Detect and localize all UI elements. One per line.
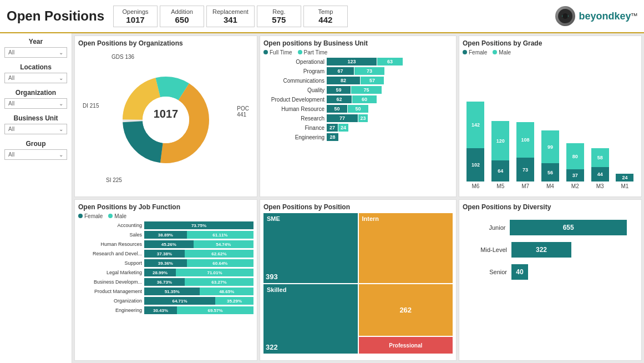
header: Open Positions Openings1017Addition650Re… <box>0 0 644 33</box>
bu-rows: Operational 123 63 Program 67 73 Communi… <box>263 58 453 141</box>
grade-label: M1 <box>621 183 629 189</box>
chevron-down-icon: ⌄ <box>59 75 63 81</box>
jf-row: Accounting 73.75% <box>78 221 253 229</box>
bu-row: Operational 123 63 <box>263 58 453 65</box>
stat-value: 575 <box>263 15 295 24</box>
bu-label: Operational <box>263 59 324 65</box>
jf-bars: 73.75% <box>144 221 253 229</box>
bu-label: Program <box>263 68 324 74</box>
div-title: Open Positions by Diversity <box>463 203 638 211</box>
jf-title: Open Positions by Job Function <box>78 203 253 211</box>
donut-svg: 1017 <box>116 70 216 170</box>
bar-pt: 50 <box>348 105 368 113</box>
jf-bars: 38.89% 61.11% <box>144 231 253 239</box>
donut-container: 1017 GDS 136 POC441 SI 225 DI 215 <box>78 49 253 190</box>
grade-title: Open Positions by Grade <box>463 39 638 47</box>
filter-select[interactable]: All ⌄ <box>4 98 67 109</box>
stat-label: Openings <box>119 8 151 15</box>
diversity-bar: 40 <box>511 264 528 280</box>
filter-value: All <box>8 49 14 56</box>
bu-row: Program 67 73 <box>263 67 453 75</box>
chevron-down-icon: ⌄ <box>59 152 63 158</box>
jf-bars: 64.71% 35.29% <box>144 297 253 305</box>
stat-label: Temp <box>310 8 342 15</box>
jf-male-bar: 54.74% <box>194 240 253 248</box>
jf-legend-male: Male <box>108 213 126 219</box>
label-poc: POC441 <box>237 105 249 118</box>
jf-female-bar: 28.99% <box>144 269 176 276</box>
grade-bar-female: 56 <box>541 163 559 182</box>
jf-row-label: Accounting <box>78 223 142 228</box>
bar-pt: 73 <box>354 67 384 75</box>
filter-organization: Organization All ⌄ <box>4 89 67 109</box>
grade-bar-female: 73 <box>516 158 534 182</box>
bar-ft: 77 <box>327 114 358 122</box>
bar-ft: 123 <box>327 58 377 65</box>
svg-text:1017: 1017 <box>154 108 179 120</box>
grade-legend: Female Male <box>463 49 638 56</box>
filter-value: All <box>8 126 14 132</box>
jf-bars: 28.99% 71.01% <box>144 269 253 276</box>
stat-box-openings: Openings1017 <box>113 6 158 27</box>
filter-label: Business Unit <box>4 114 67 122</box>
logo-text: beyondkeyTM <box>579 11 637 22</box>
diversity-bar: 655 <box>510 220 627 235</box>
orgs-title: Open Positions by Organizations <box>78 39 253 47</box>
pos-intern-label: Intern <box>362 215 379 222</box>
bu-row: Quality 59 75 <box>263 86 453 94</box>
bar-pt: 63 <box>377 58 403 65</box>
grade-bar-male: 120 <box>491 121 509 160</box>
stat-value: 341 <box>212 15 249 24</box>
svg-point-1 <box>562 13 568 19</box>
filter-select[interactable]: All ⌄ <box>4 73 67 83</box>
label-di: DI 215 <box>83 103 99 109</box>
bar-pt: 57 <box>361 77 384 84</box>
bu-legend: Full Time Part Time <box>263 49 453 56</box>
jf-female-bar: 73.75% <box>144 221 253 229</box>
jf-female-bar: 51.35% <box>144 288 200 295</box>
jf-row: Support 39.36% 60.64% <box>78 259 253 267</box>
grade-bar-male: 108 <box>516 122 534 158</box>
jf-legend-female: Female <box>78 213 103 219</box>
jf-row: Legal Marketing 28.99% 71.01% <box>78 269 253 276</box>
jf-female-bar: 64.71% <box>144 297 215 305</box>
grade-chart: Open Positions by Grade Female Male 1421… <box>459 36 642 197</box>
chevron-down-icon: ⌄ <box>59 126 63 132</box>
filter-label: Locations <box>4 63 67 71</box>
jf-male-bar: 69.57% <box>177 306 253 314</box>
filter-select[interactable]: All ⌄ <box>4 124 67 134</box>
grade-col: 9956 M4 <box>541 130 559 189</box>
bar-pt: 23 <box>358 114 368 122</box>
grade-bar-female: 102 <box>466 148 484 182</box>
stat-box-reg.: Reg.575 <box>257 6 301 27</box>
bu-bars: 59 75 <box>327 86 382 94</box>
filter-select[interactable]: All ⌄ <box>4 47 67 58</box>
filter-year: Year All ⌄ <box>4 38 67 58</box>
filter-select[interactable]: All ⌄ <box>4 149 67 160</box>
filter-locations: Locations All ⌄ <box>4 63 67 83</box>
bar-pt: 24 <box>338 124 348 132</box>
jf-male-bar: 63.27% <box>185 278 253 286</box>
grade-col: 24 M1 <box>616 174 633 189</box>
diversity-label: Senior <box>474 269 507 275</box>
grade-bar-female: 24 <box>616 174 633 182</box>
jf-row-label: Legal Marketing <box>78 270 142 275</box>
jf-row-label: Sales <box>78 232 142 238</box>
bar-ft: 62 <box>327 95 352 103</box>
filter-value: All <box>8 152 14 158</box>
bu-title: Open positions by Business Unit <box>263 39 453 47</box>
grade-bar-male: 80 <box>566 143 584 169</box>
business-unit-chart: Open positions by Business Unit Full Tim… <box>260 36 457 197</box>
filter-business-unit: Business Unit All ⌄ <box>4 114 67 134</box>
sidebar: Year All ⌄ Locations All ⌄ Organization … <box>0 33 72 363</box>
label-gds: GDS 136 <box>111 54 134 60</box>
grade-col: 8037 M2 <box>566 143 584 189</box>
orgs-chart: Open Positions by Organizations <box>74 36 257 197</box>
page-title: Open Positions <box>7 8 104 24</box>
diversity-label: Junior <box>474 224 505 231</box>
bu-row: Product Development 62 60 <box>263 95 453 103</box>
grade-label: M6 <box>471 183 479 189</box>
bu-row: Engineering 28 <box>263 133 453 141</box>
bar-pt: 75 <box>351 86 382 94</box>
pos-skilled-label: Skilled <box>267 286 286 293</box>
